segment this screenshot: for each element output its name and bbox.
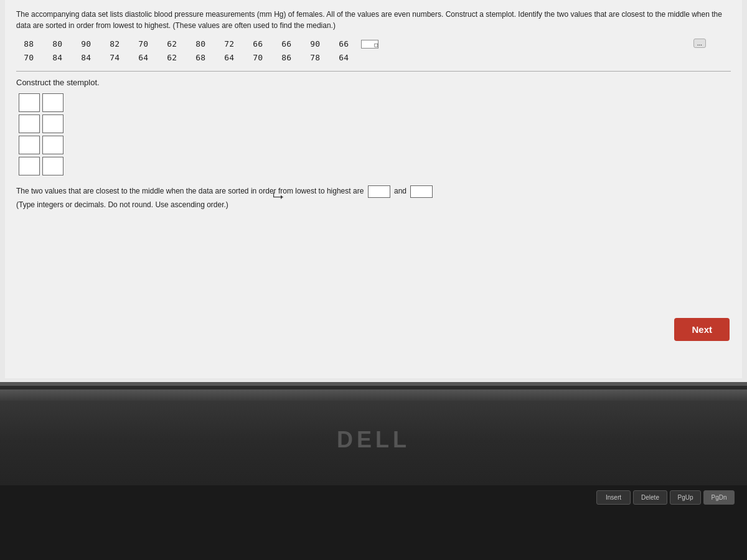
second-middle-value-input[interactable] xyxy=(410,185,433,198)
dell-logo: DELL xyxy=(337,427,410,453)
cursor-arrow: ⮡ xyxy=(273,192,284,205)
stemplot-cell-3[interactable] xyxy=(19,114,40,133)
stemplot-cell-8[interactable] xyxy=(42,157,63,175)
expand-icon[interactable]: □ xyxy=(361,40,378,49)
stemplot-cell-2[interactable] xyxy=(42,93,63,112)
first-middle-value-input[interactable] xyxy=(368,185,390,198)
stemplot-cell-7[interactable] xyxy=(19,157,40,175)
pgup-key[interactable]: PgUp xyxy=(670,490,701,505)
laptop-screen: The accompanying data set lists diastoli… xyxy=(0,0,747,386)
content-area: The accompanying data set lists diastoli… xyxy=(5,0,742,378)
data-row-2: 70 84 84 74 64 62 68 64 70 86 78 64 xyxy=(16,51,731,65)
delete-key[interactable]: Delete xyxy=(633,490,667,505)
insert-key[interactable]: Insert xyxy=(596,490,631,505)
question-text: The accompanying data set lists diastoli… xyxy=(16,9,726,31)
key-row: Insert Delete PgUp PgDn xyxy=(0,485,747,505)
stemplot-cell-4[interactable] xyxy=(42,114,63,133)
laptop-hinge xyxy=(0,390,747,401)
stemplot-cell-6[interactable] xyxy=(42,136,63,154)
more-button[interactable]: ... xyxy=(693,39,706,48)
laptop-body: DELL Insert Delete PgUp PgDn xyxy=(0,390,747,560)
data-row-1: 88 80 90 82 70 62 80 72 66 66 90 66 □ xyxy=(16,37,731,51)
divider xyxy=(16,71,731,72)
stemplot-cell-5[interactable] xyxy=(19,136,40,154)
construct-label: Construct the stemplot. xyxy=(16,78,731,87)
middle-values-text: The two values that are closest to the m… xyxy=(16,185,731,198)
next-button[interactable]: Next xyxy=(674,318,730,341)
stemplot-cell-1[interactable] xyxy=(19,93,40,112)
keyboard-area: Insert Delete PgUp PgDn xyxy=(0,485,747,560)
stemplot-grid xyxy=(19,93,731,177)
data-table: 88 80 90 82 70 62 80 72 66 66 90 66 □ 70… xyxy=(16,37,731,65)
instruction-text: (Type integers or decimals. Do not round… xyxy=(16,200,731,209)
pgdn-key[interactable]: PgDn xyxy=(703,490,735,505)
